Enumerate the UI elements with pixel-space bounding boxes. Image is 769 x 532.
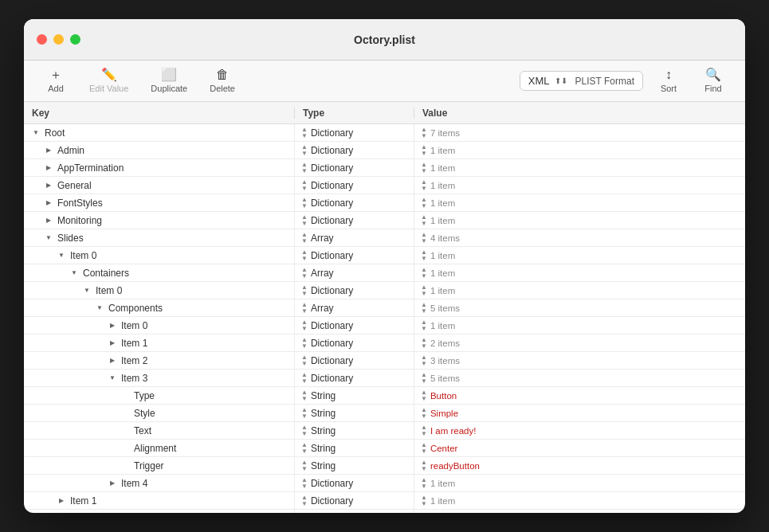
- table-row[interactable]: Text▲▼String▲▼I am ready!: [24, 422, 745, 440]
- value-stepper[interactable]: ▲▼: [421, 249, 427, 262]
- value-stepper[interactable]: ▲▼: [421, 337, 427, 350]
- table-row[interactable]: ▼Components▲▼Array▲▼5 items: [24, 299, 745, 317]
- table-row[interactable]: ▶Item 0▲▼Dictionary▲▼1 item: [24, 317, 745, 334]
- delete-button[interactable]: 🗑 Delete: [202, 65, 243, 96]
- type-stepper[interactable]: ▲▼: [301, 512, 308, 514]
- type-stepper[interactable]: ▲▼: [301, 354, 308, 367]
- value-stepper[interactable]: ▲▼: [421, 460, 427, 472]
- value-stepper[interactable]: ▲▼: [421, 442, 427, 455]
- type-stepper[interactable]: ▲▼: [301, 284, 308, 297]
- sort-button[interactable]: ↕ Sort: [649, 65, 688, 96]
- row-toggle[interactable]: ▶: [43, 162, 54, 174]
- type-stepper[interactable]: ▲▼: [301, 197, 308, 209]
- table-row[interactable]: ▼Root▲▼Dictionary▲▼7 items: [24, 124, 745, 142]
- table-row[interactable]: ▶FontStyles▲▼Dictionary▲▼1 item: [24, 194, 745, 212]
- table-row[interactable]: ▶AppTermination▲▼Dictionary▲▼1 item: [24, 159, 745, 177]
- value-stepper[interactable]: ▲▼: [421, 477, 427, 490]
- type-stepper[interactable]: ▲▼: [301, 495, 308, 507]
- type-stepper[interactable]: ▲▼: [301, 319, 308, 332]
- table-row[interactable]: ▶Item 2▲▼Dictionary: [24, 510, 745, 513]
- row-toggle[interactable]: ▶: [43, 198, 54, 209]
- table-row[interactable]: Alignment▲▼String▲▼Center: [24, 440, 745, 457]
- type-stepper[interactable]: ▲▼: [301, 302, 308, 315]
- table-row[interactable]: ▼Slides▲▼Array▲▼4 items: [24, 229, 745, 247]
- type-stepper[interactable]: ▲▼: [301, 162, 308, 174]
- row-toggle[interactable]: ▼: [30, 127, 41, 139]
- type-stepper[interactable]: ▲▼: [301, 442, 308, 455]
- table-row[interactable]: ▶Item 1▲▼Dictionary▲▼1 item: [24, 492, 745, 510]
- type-stepper[interactable]: ▲▼: [301, 389, 308, 402]
- table-row[interactable]: Trigger▲▼String▲▼readyButton: [24, 457, 745, 475]
- row-toggle[interactable]: ▶: [56, 513, 67, 514]
- table-row[interactable]: ▶Monitoring▲▼Dictionary▲▼1 item: [24, 212, 745, 229]
- value-stepper[interactable]: ▲▼: [421, 162, 427, 174]
- type-stepper[interactable]: ▲▼: [301, 267, 308, 280]
- table-row[interactable]: Type▲▼String▲▼Button: [24, 387, 745, 405]
- value-stepper[interactable]: ▲▼: [421, 319, 427, 332]
- row-toggle[interactable]: ▼: [56, 250, 67, 261]
- table-row[interactable]: ▶General▲▼Dictionary▲▼1 item: [24, 177, 745, 194]
- duplicate-button[interactable]: ⬜ Duplicate: [143, 65, 195, 96]
- value-stepper[interactable]: ▲▼: [421, 144, 427, 157]
- table-row[interactable]: ▼Item 0▲▼Dictionary▲▼1 item: [24, 247, 745, 264]
- key-text: Alignment: [134, 443, 176, 454]
- row-toggle[interactable]: ▶: [43, 180, 54, 191]
- minimize-button[interactable]: [53, 34, 64, 45]
- row-toggle[interactable]: ▶: [107, 338, 118, 349]
- row-toggle[interactable]: ▶: [107, 478, 118, 489]
- table-row[interactable]: ▶Item 1▲▼Dictionary▲▼2 items: [24, 334, 745, 352]
- value-stepper[interactable]: ▲▼: [421, 232, 427, 244]
- row-toggle[interactable]: ▼: [43, 233, 54, 244]
- type-stepper[interactable]: ▲▼: [301, 372, 308, 385]
- table-row[interactable]: ▶Item 4▲▼Dictionary▲▼1 item: [24, 475, 745, 492]
- type-stepper[interactable]: ▲▼: [301, 144, 308, 157]
- type-stepper[interactable]: ▲▼: [301, 337, 308, 350]
- type-stepper[interactable]: ▲▼: [301, 179, 308, 192]
- value-stepper[interactable]: ▲▼: [421, 284, 427, 297]
- add-button[interactable]: ＋ Add: [37, 65, 75, 96]
- type-stepper[interactable]: ▲▼: [301, 214, 308, 227]
- row-toggle[interactable]: ▶: [43, 215, 54, 226]
- edit-value-button[interactable]: ✏️ Edit Value: [81, 65, 136, 96]
- value-stepper[interactable]: ▲▼: [421, 495, 427, 507]
- type-stepper[interactable]: ▲▼: [301, 249, 308, 262]
- type-stepper[interactable]: ▲▼: [301, 424, 308, 437]
- format-selector[interactable]: XML ⬆⬇ PLIST Format: [520, 71, 643, 91]
- table-row[interactable]: ▼Item 0▲▼Dictionary▲▼1 item: [24, 282, 745, 299]
- value-stepper[interactable]: ▲▼: [421, 302, 427, 315]
- table-row[interactable]: ▼Item 3▲▼Dictionary▲▼5 items: [24, 370, 745, 387]
- type-stepper[interactable]: ▲▼: [301, 477, 308, 490]
- value-stepper[interactable]: ▲▼: [421, 214, 427, 227]
- value-stepper[interactable]: ▲▼: [421, 407, 427, 420]
- table-row[interactable]: ▶Item 2▲▼Dictionary▲▼3 items: [24, 352, 745, 370]
- row-toggle[interactable]: ▼: [94, 303, 105, 314]
- value-stepper[interactable]: ▲▼: [421, 179, 427, 192]
- value-text: 1 item: [430, 268, 455, 278]
- value-stepper[interactable]: ▲▼: [421, 389, 427, 402]
- row-toggle[interactable]: ▼: [107, 373, 118, 384]
- type-stepper[interactable]: ▲▼: [301, 460, 308, 472]
- row-toggle[interactable]: ▶: [56, 495, 67, 507]
- row-toggle[interactable]: ▶: [107, 320, 118, 331]
- maximize-button[interactable]: [70, 34, 80, 45]
- value-stepper[interactable]: ▲▼: [421, 354, 427, 367]
- row-toggle[interactable]: ▼: [81, 285, 92, 296]
- row-toggle[interactable]: ▼: [69, 268, 80, 279]
- close-button[interactable]: [37, 34, 47, 45]
- value-stepper[interactable]: ▲▼: [421, 197, 427, 209]
- find-button[interactable]: 🔍 Find: [694, 65, 732, 96]
- value-stepper[interactable]: ▲▼: [421, 267, 427, 280]
- value-stepper[interactable]: ▲▼: [421, 372, 427, 385]
- table-row[interactable]: Style▲▼String▲▼Simple: [24, 405, 745, 422]
- value-cell: ▲▼1 item: [414, 159, 745, 176]
- type-stepper[interactable]: ▲▼: [301, 232, 308, 244]
- row-toggle[interactable]: ▶: [107, 355, 118, 366]
- key-text: Monitoring: [57, 215, 102, 226]
- type-stepper[interactable]: ▲▼: [301, 127, 308, 139]
- value-stepper[interactable]: ▲▼: [421, 127, 427, 139]
- type-stepper[interactable]: ▲▼: [301, 407, 308, 420]
- row-toggle[interactable]: ▶: [43, 145, 54, 156]
- value-stepper[interactable]: ▲▼: [421, 424, 427, 437]
- table-row[interactable]: ▶Admin▲▼Dictionary▲▼1 item: [24, 142, 745, 159]
- table-row[interactable]: ▼Containers▲▼Array▲▼1 item: [24, 264, 745, 282]
